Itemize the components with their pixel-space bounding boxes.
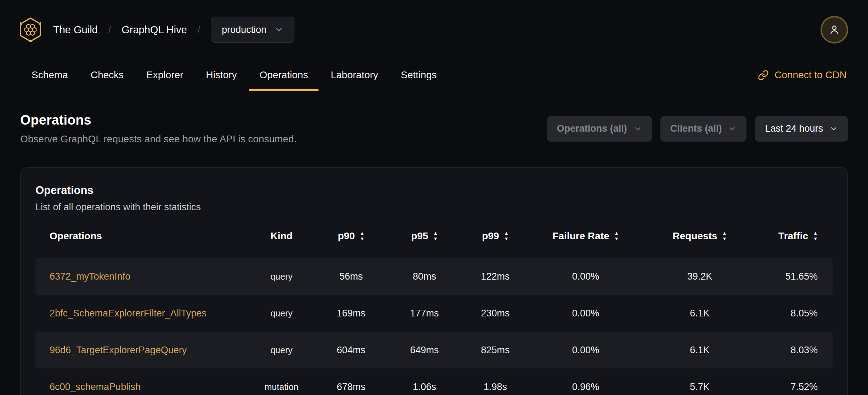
cell-p99: 230ms	[462, 308, 529, 319]
column-label: Requests	[673, 230, 717, 242]
column-label: Operations	[50, 230, 102, 242]
tab-label: Operations	[259, 69, 308, 81]
operations-table: OperationsKindp90▲▼p95▲▼p99▲▼Failure Rat…	[35, 225, 833, 395]
cell-name: 2bfc_SchemaExplorerFilter_AllTypes	[35, 308, 248, 319]
tab-label: Settings	[401, 69, 436, 81]
breadcrumb-org[interactable]: The Guild	[53, 24, 98, 36]
tab-checks[interactable]: Checks	[79, 59, 135, 91]
connect-cdn-link[interactable]: Connect to CDN	[758, 69, 847, 81]
column-label: Traffic	[778, 230, 808, 242]
operation-link[interactable]: 96d6_TargetExplorerPageQuery	[50, 345, 187, 356]
cell-requests: 39.2K	[642, 271, 757, 282]
nav-tabs-bar: Schema Checks Explorer History Operation…	[0, 59, 868, 91]
operations-card: Operations List of all operations with t…	[20, 167, 848, 395]
environment-selector[interactable]: production	[211, 17, 294, 43]
filter-period-label: Last 24 hours	[765, 123, 823, 134]
cell-traffic: 8.03%	[757, 345, 833, 356]
sort-arrows-icon[interactable]: ▲▼	[614, 230, 619, 242]
chevron-down-icon	[728, 125, 737, 133]
cell-kind: query	[248, 345, 315, 355]
page-header: Operations Observe GraphQL requests and …	[20, 113, 848, 145]
cell-traffic: 51.65%	[757, 271, 833, 282]
tab-label: Laboratory	[331, 69, 378, 81]
filter-period-button[interactable]: Last 24 hours	[755, 116, 848, 142]
sort-arrows-icon[interactable]: ▲▼	[504, 230, 509, 242]
tab-explorer[interactable]: Explorer	[135, 59, 195, 91]
cell-requests: 5.7K	[642, 382, 757, 393]
column-label: Failure Rate	[552, 230, 609, 242]
card-title: Operations	[35, 184, 833, 197]
cell-p90: 678ms	[315, 382, 387, 393]
cell-p95: 80ms	[387, 271, 462, 282]
column-header-p99[interactable]: p99▲▼	[462, 230, 529, 242]
topbar: The Guild / GraphQL Hive / production	[0, 0, 868, 59]
operation-link[interactable]: 2bfc_SchemaExplorerFilter_AllTypes	[50, 308, 207, 319]
tab-label: Explorer	[146, 69, 183, 81]
cell-p99: 1.98s	[462, 382, 529, 393]
cell-failure_rate: 0.00%	[529, 308, 642, 319]
breadcrumb-separator: /	[198, 24, 201, 35]
cell-kind: query	[248, 271, 315, 282]
filters: Operations (all) Clients (all) Last 24 h…	[547, 116, 848, 142]
column-header-requests[interactable]: Requests▲▼	[642, 230, 757, 242]
cell-failure_rate: 0.96%	[529, 382, 642, 393]
card-subtitle: List of all operations with their statis…	[35, 202, 833, 213]
table-row: 6c00_schemaPublishmutation678ms1.06s1.98…	[35, 368, 833, 395]
cell-p95: 177ms	[387, 308, 462, 319]
tab-history[interactable]: History	[195, 59, 248, 91]
cell-name: 6372_myTokenInfo	[35, 271, 248, 282]
breadcrumb-product[interactable]: GraphQL Hive	[122, 24, 187, 36]
filter-operations-label: Operations (all)	[557, 123, 627, 134]
column-label: p95	[411, 230, 428, 242]
column-header-traffic[interactable]: Traffic▲▼	[757, 230, 833, 242]
sort-arrows-icon[interactable]: ▲▼	[360, 230, 365, 242]
column-label: Kind	[270, 230, 292, 242]
breadcrumb: The Guild / GraphQL Hive / production	[20, 17, 294, 43]
cell-requests: 6.1K	[642, 308, 757, 319]
column-header-p90[interactable]: p90▲▼	[315, 230, 387, 242]
tab-laboratory[interactable]: Laboratory	[319, 59, 389, 91]
cell-traffic: 7.52%	[757, 382, 833, 393]
tab-label: Checks	[91, 69, 124, 81]
cell-p90: 604ms	[315, 345, 387, 356]
cell-name: 96d6_TargetExplorerPageQuery	[35, 345, 248, 356]
chevron-down-icon	[633, 125, 642, 133]
filter-operations-button[interactable]: Operations (all)	[547, 116, 652, 142]
tab-label: History	[206, 69, 237, 81]
page-title: Operations	[20, 113, 297, 128]
column-header-p95[interactable]: p95▲▼	[387, 230, 462, 242]
user-icon	[828, 23, 841, 36]
cell-p99: 825ms	[462, 345, 529, 356]
column-header-kind: Kind	[248, 230, 315, 242]
nav-tabs: Schema Checks Explorer History Operation…	[20, 59, 448, 91]
column-header-failure-rate[interactable]: Failure Rate▲▼	[529, 230, 642, 242]
table-body: 6372_myTokenInfoquery56ms80ms122ms0.00%3…	[35, 258, 833, 395]
cell-p90: 56ms	[315, 271, 387, 282]
breadcrumb-separator: /	[108, 24, 111, 35]
tab-schema[interactable]: Schema	[20, 59, 79, 91]
table-header: OperationsKindp90▲▼p95▲▼p99▲▼Failure Rat…	[35, 225, 833, 247]
chevron-down-icon	[829, 125, 838, 133]
cell-traffic: 8.05%	[757, 308, 833, 319]
tab-operations[interactable]: Operations	[248, 59, 319, 91]
sort-arrows-icon[interactable]: ▲▼	[722, 230, 727, 242]
cell-failure_rate: 0.00%	[529, 345, 642, 356]
column-label: p99	[482, 230, 499, 242]
filter-clients-button[interactable]: Clients (all)	[660, 116, 747, 142]
link-icon	[758, 70, 769, 81]
connect-cdn-label: Connect to CDN	[774, 69, 847, 81]
sort-arrows-icon[interactable]: ▲▼	[433, 230, 438, 242]
cell-name: 6c00_schemaPublish	[35, 382, 248, 393]
operation-link[interactable]: 6372_myTokenInfo	[50, 271, 130, 282]
hive-logo-icon[interactable]	[20, 17, 41, 42]
sort-arrows-icon[interactable]: ▲▼	[813, 230, 818, 242]
operation-link[interactable]: 6c00_schemaPublish	[50, 382, 141, 393]
cell-p95: 1.06s	[387, 382, 462, 393]
table-row: 6372_myTokenInfoquery56ms80ms122ms0.00%3…	[35, 258, 833, 295]
tab-settings[interactable]: Settings	[389, 59, 448, 91]
filter-clients-label: Clients (all)	[670, 123, 722, 134]
cell-kind: query	[248, 308, 315, 319]
user-avatar-button[interactable]	[821, 16, 848, 44]
chevron-down-icon	[274, 25, 283, 34]
cell-requests: 6.1K	[642, 345, 757, 356]
